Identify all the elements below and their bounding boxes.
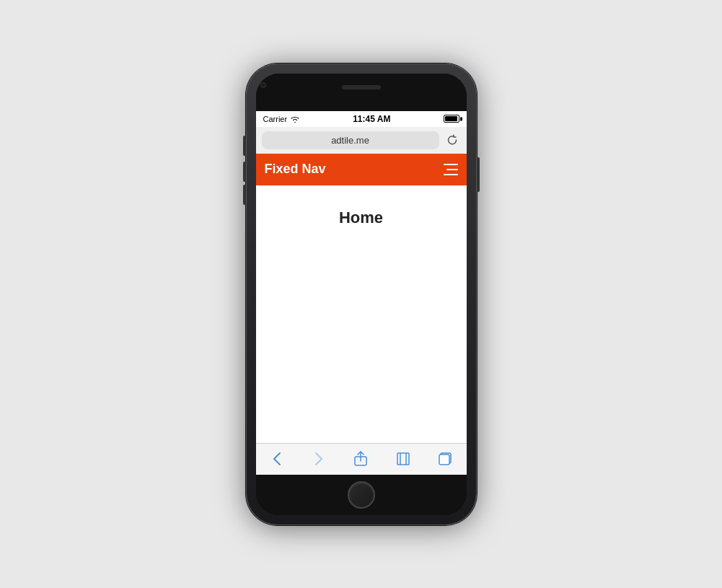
svg-rect-6 — [439, 455, 449, 465]
hamburger-line-1 — [444, 164, 458, 165]
speaker — [342, 85, 381, 89]
share-icon — [353, 451, 369, 467]
url-field[interactable]: adtile.me — [262, 131, 439, 149]
status-right — [444, 115, 459, 123]
forward-button[interactable] — [308, 448, 330, 470]
camera — [260, 82, 266, 88]
nav-bar: Fixed Nav — [256, 154, 467, 185]
bookmarks-button[interactable] — [392, 448, 414, 470]
svg-rect-2 — [397, 453, 409, 465]
status-time: 11:45 AM — [353, 114, 390, 124]
bottom-bezel — [256, 475, 467, 515]
top-bezel — [256, 74, 467, 111]
tabs-button[interactable] — [434, 448, 456, 470]
reload-button[interactable] — [444, 131, 461, 149]
nav-title: Fixed Nav — [265, 162, 326, 177]
address-bar: adtile.me — [256, 127, 467, 154]
phone-screen: Carrier 11:45 AM adtile.me — [256, 74, 467, 515]
home-button[interactable] — [348, 481, 375, 509]
status-bar: Carrier 11:45 AM — [256, 111, 467, 127]
bottom-toolbar — [256, 443, 467, 475]
carrier-info: Carrier — [263, 115, 301, 123]
content-area: Home — [256, 185, 467, 443]
back-button[interactable] — [266, 448, 288, 470]
hamburger-line-3 — [444, 174, 458, 175]
battery-fill — [445, 116, 457, 121]
tabs-icon — [437, 451, 453, 467]
hamburger-button[interactable] — [435, 158, 458, 181]
hamburger-line-2 — [446, 169, 458, 170]
back-icon — [273, 452, 281, 466]
phone-device: Carrier 11:45 AM adtile.me — [246, 63, 477, 525]
screen: Carrier 11:45 AM adtile.me — [256, 111, 467, 475]
carrier-label: Carrier — [263, 115, 288, 123]
share-button[interactable] — [350, 448, 371, 470]
bookmarks-icon — [395, 451, 411, 467]
battery-icon — [444, 115, 459, 123]
page-heading: Home — [339, 209, 383, 227]
wifi-icon — [290, 115, 300, 123]
reload-icon — [446, 134, 458, 146]
forward-icon — [314, 452, 323, 466]
